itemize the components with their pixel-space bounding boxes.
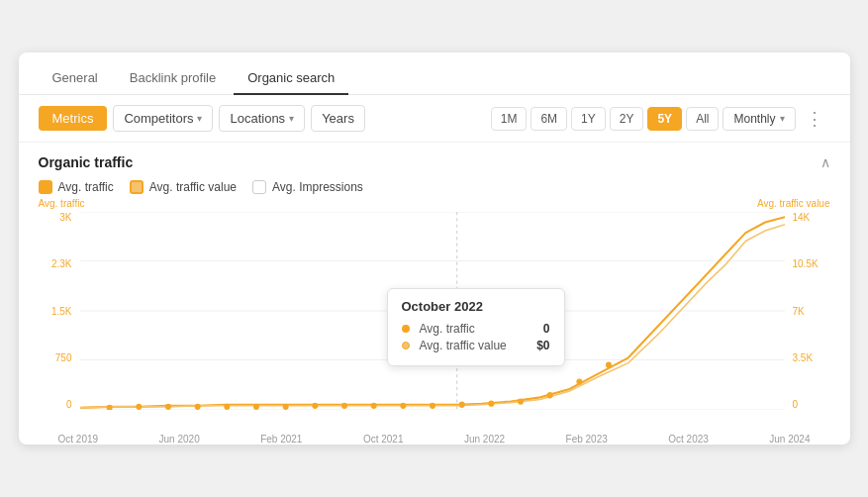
x-axis: Oct 2019 Jun 2020 Feb 2021 Oct 2021 Jun … [19, 430, 850, 445]
timeline-dots [106, 362, 611, 410]
y-label-left-4: 750 [55, 352, 76, 363]
tooltip-value-traffic-value: $0 [536, 339, 549, 352]
y-label-left-3: 1.5K [51, 306, 76, 317]
main-card: General Backlink profile Organic search … [19, 52, 850, 445]
chevron-down-icon: ▾ [289, 113, 294, 124]
x-label-7: Jun 2024 [769, 434, 810, 445]
time-2y[interactable]: 2Y [610, 107, 644, 131]
svg-point-13 [312, 403, 318, 409]
svg-point-12 [282, 404, 288, 410]
metrics-button[interactable]: Metrics [39, 106, 108, 131]
legend-avg-impressions[interactable]: Avg. Impressions [252, 180, 363, 194]
x-label-2: Feb 2021 [260, 434, 302, 445]
svg-point-14 [341, 403, 347, 409]
legend-check-avg-traffic-value [130, 180, 144, 194]
svg-point-8 [165, 404, 171, 410]
collapse-icon[interactable]: ∧ [820, 154, 830, 170]
legend-check-avg-impressions [252, 180, 266, 194]
time-1y[interactable]: 1Y [571, 107, 606, 131]
x-label-0: Oct 2019 [58, 434, 99, 445]
tab-backlink-profile[interactable]: Backlink profile [116, 62, 230, 95]
toolbar: Metrics Competitors ▾ Locations ▾ Years … [19, 95, 850, 143]
legend: Avg. traffic Avg. traffic value Avg. Imp… [19, 176, 850, 202]
legend-label-avg-impressions: Avg. Impressions [272, 180, 363, 194]
tooltip-label-traffic-value: Avg. traffic value [420, 339, 528, 352]
chart-tooltip: October 2022 Avg. traffic 0 Avg. traffic… [387, 288, 565, 366]
tab-general[interactable]: General [39, 62, 112, 95]
svg-point-19 [488, 401, 494, 407]
x-label-5: Feb 2023 [566, 434, 608, 445]
svg-point-21 [546, 392, 552, 398]
svg-point-18 [458, 402, 464, 408]
locations-dropdown[interactable]: Locations ▾ [219, 105, 305, 132]
svg-point-11 [253, 404, 259, 410]
svg-point-9 [194, 404, 200, 410]
monthly-dropdown[interactable]: Monthly ▾ [723, 107, 795, 131]
legend-avg-traffic[interactable]: Avg. traffic [39, 180, 114, 194]
toolbar-right: 1M 6M 1Y 2Y 5Y All Monthly ▾ ⋮ [491, 106, 830, 132]
y-label-left-top: 3K [59, 212, 75, 223]
y-label-right-4: 3.5K [789, 352, 814, 363]
tooltip-label-traffic: Avg. traffic [420, 322, 533, 336]
y-label-right-2: 10.5K [789, 258, 819, 269]
svg-point-20 [518, 398, 524, 404]
more-options-button[interactable]: ⋮ [800, 106, 830, 132]
svg-point-7 [136, 404, 142, 410]
time-all[interactable]: All [686, 107, 719, 131]
time-5y[interactable]: 5Y [647, 107, 682, 131]
y-label-right-3: 7K [789, 306, 805, 317]
svg-point-17 [430, 403, 435, 409]
legend-check-avg-traffic [39, 180, 52, 194]
svg-point-10 [224, 404, 230, 410]
y-axis-left-header: Avg. traffic [39, 198, 85, 209]
tooltip-row-1: Avg. traffic 0 [402, 322, 550, 336]
svg-point-15 [370, 403, 376, 409]
chart-area: 3K 2.3K 1.5K 750 0 14K 10.5K 7K 3.5K 0 A… [39, 202, 830, 430]
y-label-left-bottom: 0 [66, 399, 76, 410]
legend-label-avg-traffic-value: Avg. traffic value [149, 180, 237, 194]
y-axis-right-header: Avg. traffic value [757, 198, 830, 209]
chevron-down-icon: ▾ [197, 113, 202, 124]
y-label-right-bottom: 0 [789, 399, 799, 410]
section-title: Organic traffic [39, 154, 134, 170]
y-label-right-top: 14K [789, 212, 811, 223]
toolbar-left: Metrics Competitors ▾ Locations ▾ Years [39, 105, 485, 132]
tooltip-row-2: Avg. traffic value $0 [402, 339, 550, 352]
svg-point-16 [400, 403, 406, 409]
tabs-bar: General Backlink profile Organic search [19, 52, 850, 95]
legend-avg-traffic-value[interactable]: Avg. traffic value [130, 180, 237, 194]
x-label-4: Jun 2022 [464, 434, 505, 445]
x-label-1: Jun 2020 [159, 434, 200, 445]
years-button[interactable]: Years [311, 105, 365, 132]
svg-point-22 [576, 378, 582, 384]
section-header: Organic traffic ∧ [19, 143, 850, 176]
tooltip-title: October 2022 [402, 299, 550, 314]
tab-organic-search[interactable]: Organic search [234, 62, 348, 95]
tooltip-value-traffic: 0 [543, 322, 550, 336]
svg-point-23 [606, 362, 612, 368]
chevron-down-icon: ▾ [780, 113, 785, 124]
y-label-left-2: 2.3K [51, 258, 76, 269]
x-label-3: Oct 2021 [363, 434, 404, 445]
tooltip-dot-traffic-value [402, 342, 410, 349]
competitors-dropdown[interactable]: Competitors ▾ [113, 105, 213, 132]
y-axis-left: 3K 2.3K 1.5K 750 0 [39, 212, 76, 410]
svg-point-6 [106, 405, 112, 410]
x-label-6: Oct 2023 [668, 434, 709, 445]
time-1m[interactable]: 1M [491, 107, 528, 131]
tooltip-dot-traffic [402, 325, 410, 333]
time-6m[interactable]: 6M [530, 107, 567, 131]
legend-label-avg-traffic: Avg. traffic [58, 180, 114, 194]
y-axis-right: 14K 10.5K 7K 3.5K 0 [789, 212, 830, 410]
